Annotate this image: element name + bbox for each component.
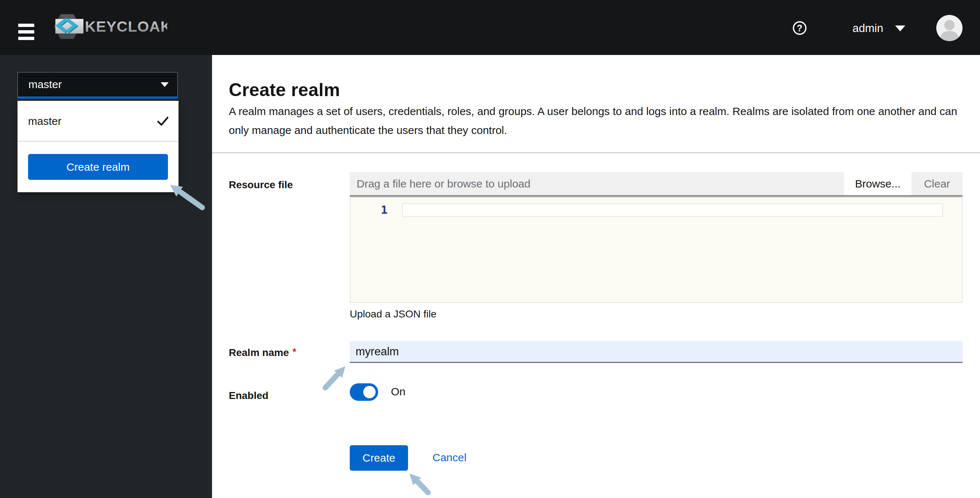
enabled-toggle[interactable]	[350, 383, 378, 401]
create-realm-button[interactable]: Create realm	[28, 154, 168, 180]
toggle-knob	[363, 386, 375, 398]
page-description: A realm manages a set of users, credenti…	[229, 102, 958, 140]
chevron-down-icon	[161, 82, 169, 87]
svg-text:?: ?	[797, 23, 802, 33]
hamburger-icon	[18, 24, 34, 40]
realm-name-label-text: Realm name	[229, 347, 289, 358]
toggle-state-label: On	[391, 385, 406, 398]
dropdown-divider	[18, 141, 178, 142]
realm-option-label: master	[28, 115, 62, 127]
realm-dropdown: master Create realm	[18, 101, 178, 192]
realm-name-input[interactable]	[350, 341, 963, 363]
resource-file-label: Resource file	[229, 179, 293, 191]
dropzone-placeholder: Drag a file here or browse to upload	[357, 178, 530, 190]
json-editor[interactable]: 1	[350, 196, 963, 303]
editor-input-line[interactable]	[402, 203, 943, 217]
chevron-down-icon	[895, 25, 905, 31]
keycloak-admin-console: KEYCLOAK ? admin master master	[0, 0, 980, 498]
realm-selector-value: master	[29, 78, 62, 90]
user-avatar-icon	[936, 15, 963, 41]
cancel-link[interactable]: Cancel	[433, 451, 466, 464]
browse-button[interactable]: Browse...	[844, 172, 912, 195]
check-icon	[157, 115, 169, 127]
help-button[interactable]: ?	[792, 20, 808, 36]
masthead: KEYCLOAK ? admin	[0, 0, 980, 55]
editor-line-number: 1	[377, 203, 388, 216]
realm-selector[interactable]: master	[18, 72, 178, 97]
upload-helper-text: Upload a JSON file	[350, 308, 436, 320]
realm-name-label: Realm name*	[229, 347, 296, 358]
clear-button[interactable]: Clear	[912, 172, 963, 195]
nav-toggle-button[interactable]	[18, 24, 34, 40]
user-avatar[interactable]	[936, 15, 963, 41]
file-upload-dropzone[interactable]: Drag a file here or browse to upload Bro…	[350, 172, 963, 196]
keycloak-logo: KEYCLOAK	[54, 14, 167, 39]
user-name: admin	[853, 22, 883, 35]
question-circle-icon: ?	[792, 20, 808, 36]
realm-selector-active-bar	[18, 97, 178, 99]
create-button[interactable]: Create	[350, 445, 408, 471]
required-asterisk: *	[293, 346, 296, 357]
brand-text: KEYCLOAK	[85, 18, 167, 35]
user-menu[interactable]: admin	[853, 21, 905, 36]
section-divider	[212, 152, 980, 153]
enabled-label: Enabled	[229, 390, 269, 401]
keycloak-shield-icon	[54, 14, 83, 39]
page-title: Create realm	[229, 80, 340, 100]
realm-option-master[interactable]: master	[18, 101, 178, 141]
